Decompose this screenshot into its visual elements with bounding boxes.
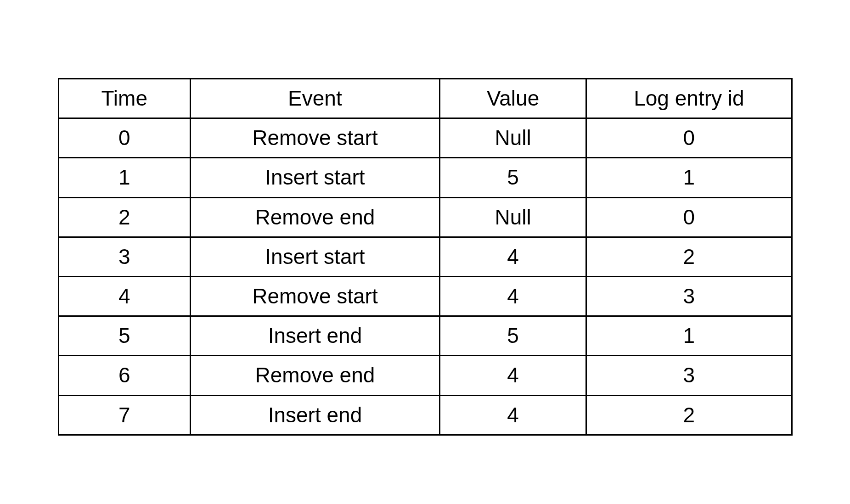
table-row: 1 Insert start 5 1 [58,158,792,197]
table-row: 7 Insert end 4 2 [58,395,792,435]
header-time: Time [58,79,190,118]
table-header-row: Time Event Value Log entry id [58,79,792,118]
table-row: 6 Remove end 4 3 [58,356,792,395]
table-row: 5 Insert end 5 1 [58,316,792,356]
cell-log-entry-id: 1 [586,316,792,356]
header-value: Value [439,79,586,118]
cell-log-entry-id: 3 [586,276,792,316]
cell-event: Remove end [190,197,439,237]
cell-log-entry-id: 0 [586,118,792,158]
cell-value: 4 [439,356,586,395]
cell-event: Insert start [190,158,439,197]
cell-event: Remove start [190,276,439,316]
event-log-table: Time Event Value Log entry id 0 Remove s… [58,78,793,436]
cell-value: 4 [439,395,586,435]
cell-log-entry-id: 2 [586,237,792,276]
cell-log-entry-id: 3 [586,356,792,395]
cell-value: 4 [439,276,586,316]
cell-value: Null [439,118,586,158]
cell-value: 5 [439,158,586,197]
cell-event: Insert end [190,395,439,435]
cell-event: Insert end [190,316,439,356]
cell-time: 2 [58,197,190,237]
cell-log-entry-id: 2 [586,395,792,435]
header-event: Event [190,79,439,118]
cell-time: 4 [58,276,190,316]
cell-log-entry-id: 0 [586,197,792,237]
cell-value: 4 [439,237,586,276]
cell-time: 5 [58,316,190,356]
header-log-entry-id: Log entry id [586,79,792,118]
table-row: 2 Remove end Null 0 [58,197,792,237]
cell-time: 0 [58,118,190,158]
cell-event: Remove start [190,118,439,158]
cell-event: Insert start [190,237,439,276]
cell-log-entry-id: 1 [586,158,792,197]
cell-value: 5 [439,316,586,356]
cell-value: Null [439,197,586,237]
table-row: 4 Remove start 4 3 [58,276,792,316]
table-row: 3 Insert start 4 2 [58,237,792,276]
cell-event: Remove end [190,356,439,395]
cell-time: 6 [58,356,190,395]
table-row: 0 Remove start Null 0 [58,118,792,158]
cell-time: 7 [58,395,190,435]
cell-time: 3 [58,237,190,276]
cell-time: 1 [58,158,190,197]
